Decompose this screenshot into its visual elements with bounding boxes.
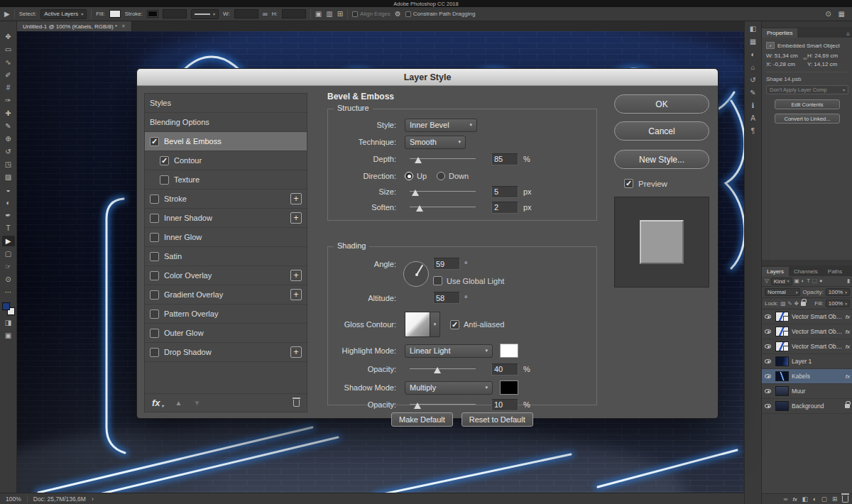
add-layer-style-icon[interactable]: fx — [792, 496, 797, 503]
checkbox[interactable] — [150, 252, 159, 261]
layer-thumbnail[interactable] — [775, 386, 789, 396]
layer-row-kabels[interactable]: Kabels fx — [762, 369, 852, 384]
fx-badge[interactable]: fx — [846, 314, 850, 320]
checkbox[interactable] — [150, 348, 159, 357]
layer-name[interactable]: Vector Smart Object — [792, 343, 843, 350]
screen-mode-icon[interactable]: ▣ — [2, 330, 15, 341]
size-slider[interactable] — [410, 187, 476, 197]
layer-row-background[interactable]: Background — [762, 399, 852, 414]
dodge-tool-icon[interactable]: ◐ — [2, 197, 15, 208]
adjustments-panel-icon[interactable]: ◐ — [750, 51, 755, 58]
lock-position-icon[interactable]: ✥ — [794, 301, 799, 307]
fx-badge[interactable]: fx — [846, 373, 850, 380]
layer-row[interactable]: Vector Smart Object c... fx — [762, 324, 852, 339]
gradient-tool-icon[interactable]: ▨ — [2, 172, 15, 182]
layer-row[interactable]: Vector Smart Object fx — [762, 339, 852, 354]
checkbox[interactable] — [150, 195, 159, 204]
checkbox[interactable] — [160, 175, 169, 185]
style-item-texture[interactable]: Texture — [145, 170, 307, 190]
fx-badge[interactable]: fx — [846, 344, 850, 350]
healing-tool-icon[interactable]: ✚ — [2, 108, 15, 119]
stroke-type-dropdown[interactable]: ▾ — [191, 9, 219, 19]
depth-input[interactable] — [491, 153, 518, 165]
highlight-color-swatch[interactable] — [500, 344, 518, 358]
style-item-bevel-emboss[interactable]: Bevel & Emboss — [145, 132, 307, 151]
shape-tool-icon[interactable]: ▢ — [2, 248, 15, 259]
layer-thumbnail[interactable] — [775, 312, 789, 322]
reset-to-default-button[interactable]: Reset to Default — [462, 412, 533, 427]
libraries-panel-icon[interactable]: ⌂ — [750, 64, 755, 71]
technique-dropdown[interactable]: Smooth ▾ — [405, 136, 466, 149]
brush-settings-panel-icon[interactable]: ✎ — [750, 89, 755, 97]
direction-up-radio[interactable] — [405, 172, 413, 180]
visibility-toggle[interactable] — [763, 389, 772, 393]
path-align-icon[interactable]: ▥ — [326, 11, 332, 18]
make-default-button[interactable]: Make Default — [391, 412, 453, 427]
altitude-input[interactable] — [433, 292, 460, 304]
delete-effect-icon[interactable] — [293, 400, 300, 407]
tab-paths[interactable]: Paths — [823, 267, 847, 276]
style-item-styles[interactable]: Styles — [145, 94, 307, 113]
fill-swatch[interactable] — [109, 10, 121, 18]
layer-thumbnail[interactable] — [775, 327, 789, 336]
filter-pixel-icon[interactable]: ▣ — [794, 278, 799, 284]
style-item-inner-shadow[interactable]: Inner Shadow + — [145, 209, 307, 228]
depth-slider[interactable] — [410, 154, 476, 164]
fx-badge[interactable]: fx — [846, 329, 850, 335]
angle-dial[interactable] — [403, 261, 429, 287]
fx-menu-button[interactable]: fx ▾ — [152, 398, 164, 408]
slider-thumb[interactable] — [414, 402, 421, 409]
anti-aliased-checkbox[interactable]: Anti-aliased — [450, 320, 504, 329]
visibility-toggle[interactable] — [763, 314, 772, 319]
slider-thumb[interactable] — [434, 367, 441, 373]
layer-thumbnail[interactable] — [775, 356, 789, 366]
edit-contents-button[interactable]: Edit Contents — [775, 99, 840, 109]
layer-row[interactable]: Vector Smart Object c... fx — [762, 309, 852, 324]
visibility-toggle[interactable] — [763, 359, 772, 363]
style-item-color-overlay[interactable]: Color Overlay + — [145, 266, 307, 285]
soften-input[interactable] — [491, 202, 518, 214]
workspace-icon[interactable]: ▦ — [839, 11, 845, 18]
marquee-tool-icon[interactable]: ▭ — [2, 44, 15, 55]
height-value[interactable]: H: 24,69 cm — [807, 53, 848, 59]
slider-thumb[interactable] — [415, 157, 422, 163]
add-instance-button[interactable]: + — [290, 270, 302, 281]
style-item-stroke[interactable]: Stroke + — [145, 190, 307, 209]
tab-properties[interactable]: Properties — [762, 28, 797, 38]
color-swatches[interactable] — [2, 302, 15, 315]
ok-button[interactable]: OK — [614, 94, 709, 114]
lock-pixels-icon[interactable]: ✎ — [787, 301, 792, 307]
move-effect-up-icon[interactable]: ▲ — [175, 399, 182, 407]
tab-channels[interactable]: Channels — [789, 267, 823, 276]
link-layers-icon[interactable]: ∞ — [783, 495, 787, 503]
layer-row[interactable]: Muur — [762, 384, 852, 399]
lock-all-icon[interactable] — [801, 302, 806, 306]
type-tool-icon[interactable]: T — [2, 223, 15, 234]
shape-width-input[interactable] — [234, 9, 258, 18]
layer-thumbnail[interactable] — [775, 371, 789, 381]
stroke-width-input[interactable] — [163, 9, 187, 18]
opacity-dropdown[interactable]: 100% ▾ — [826, 288, 850, 296]
adjustment-layer-icon[interactable]: ◐ — [813, 495, 816, 503]
checkbox[interactable] — [150, 233, 159, 242]
add-instance-button[interactable]: + — [290, 212, 302, 224]
checkbox[interactable] — [150, 329, 159, 338]
history-brush-tool-icon[interactable]: ↺ — [2, 146, 15, 157]
style-item-pattern-overlay[interactable]: Pattern Overlay — [145, 305, 307, 324]
move-effect-down-icon[interactable]: ▼ — [193, 399, 200, 407]
panel-menu-icon[interactable]: ≡ — [843, 31, 852, 38]
path-arrange-icon[interactable]: ⊞ — [337, 11, 343, 18]
gloss-contour-thumbnail[interactable] — [405, 312, 430, 337]
visibility-toggle[interactable] — [763, 344, 772, 349]
path-operations-icon[interactable]: ▣ — [315, 11, 322, 18]
filter-kind-dropdown[interactable]: Kind ▾ — [771, 278, 792, 285]
filter-toggle-icon[interactable]: ▮ — [847, 278, 850, 284]
layer-thumbnail[interactable] — [775, 401, 789, 411]
pen-tool-icon[interactable]: ✒ — [2, 210, 15, 221]
eraser-tool-icon[interactable]: ◳ — [2, 159, 15, 170]
layer-thumbnail[interactable] — [775, 341, 789, 351]
more-tools-icon[interactable]: ⋯ — [2, 287, 15, 297]
lock-transparent-icon[interactable]: ▨ — [780, 301, 785, 307]
blend-mode-dropdown[interactable]: Normal ▾ — [765, 288, 800, 296]
lasso-tool-icon[interactable]: ∿ — [2, 57, 15, 67]
